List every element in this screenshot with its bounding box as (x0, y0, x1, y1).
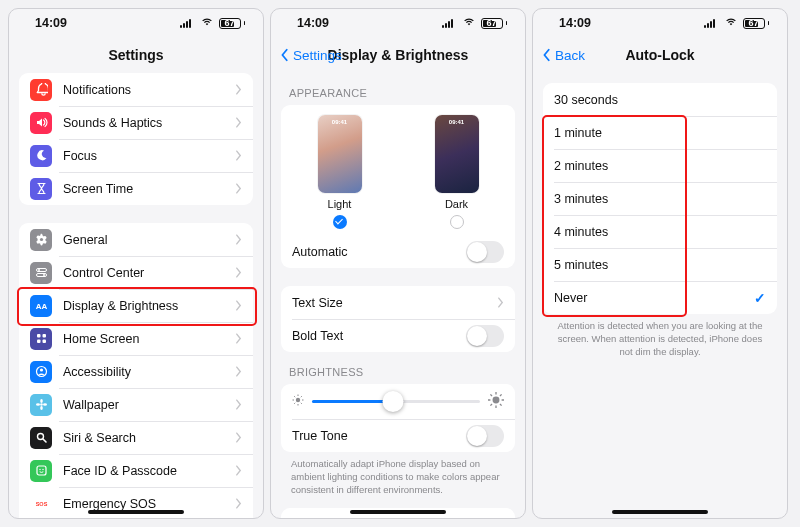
home-indicator[interactable] (350, 510, 446, 514)
toggle-bold-text[interactable] (466, 325, 504, 347)
chevron-right-icon (235, 300, 242, 311)
section-header-appearance: APPEARANCE (281, 73, 515, 105)
chevron-right-icon (235, 117, 242, 128)
settings-group: NotificationsSounds & HapticsFocusScreen… (19, 73, 253, 205)
row-wallpaper[interactable]: Wallpaper (19, 388, 253, 421)
wifi-icon (724, 18, 738, 28)
row-sounds-haptics[interactable]: Sounds & Haptics (19, 106, 253, 139)
option-never[interactable]: Never✓ (543, 281, 777, 314)
text-card: Text Size Bold Text (281, 286, 515, 352)
option-4-minutes[interactable]: 4 minutes (543, 215, 777, 248)
page-title: Settings (108, 47, 163, 63)
true-tone-footer: Automatically adapt iPhone display based… (281, 452, 515, 496)
toggle-true-tone[interactable] (466, 425, 504, 447)
phone-display-brightness: 14:09 67 Settings Display & Brightness A… (270, 8, 526, 519)
moon-icon (30, 145, 52, 167)
row-automatic[interactable]: Automatic (281, 235, 515, 268)
row-accessibility[interactable]: Accessibility (19, 355, 253, 388)
phone-auto-lock: 14:09 67 Back Auto-Lock 30 seconds1 minu… (532, 8, 788, 519)
row-general[interactable]: General (19, 223, 253, 256)
svg-point-15 (36, 403, 40, 406)
option-1-minute[interactable]: 1 minute (543, 116, 777, 149)
row-bold-text[interactable]: Bold Text (281, 319, 515, 352)
wifi-icon (462, 18, 476, 28)
svg-text:AA: AA (35, 302, 47, 311)
row-face-id-passcode[interactable]: Face ID & Passcode (19, 454, 253, 487)
option-5-minutes[interactable]: 5 minutes (543, 248, 777, 281)
nav-bar: Back Auto-Lock (533, 37, 787, 73)
back-label: Back (555, 48, 585, 63)
svg-line-18 (43, 439, 46, 442)
row-text-size[interactable]: Text Size (281, 286, 515, 319)
auto-lock-list[interactable]: 30 seconds1 minute2 minutes3 minutes4 mi… (533, 73, 787, 518)
svg-line-44 (301, 396, 302, 397)
svg-line-52 (490, 404, 492, 406)
chevron-right-icon (235, 432, 242, 443)
svg-rect-9 (42, 340, 46, 344)
row-screen-time[interactable]: Screen Time (19, 172, 253, 205)
aa-icon: AA (30, 295, 52, 317)
status-icons: 67 (442, 18, 508, 29)
status-bar: 14:09 67 (533, 9, 787, 37)
row-siri-search[interactable]: Siri & Search (19, 421, 253, 454)
toggle-automatic[interactable] (466, 241, 504, 263)
status-icons: 67 (704, 18, 770, 29)
sos-icon: SOS (30, 493, 52, 515)
row-home-screen[interactable]: Home Screen (19, 322, 253, 355)
svg-point-14 (40, 406, 43, 410)
chevron-right-icon (235, 234, 242, 245)
chevron-left-icon (541, 48, 553, 62)
svg-line-53 (500, 394, 502, 396)
appearance-dark[interactable]: Dark (435, 115, 479, 229)
chevron-right-icon (235, 84, 242, 95)
radio-unselected-icon (450, 215, 464, 229)
option-30-seconds[interactable]: 30 seconds (543, 83, 777, 116)
svg-point-11 (39, 368, 42, 371)
signal-icon (704, 18, 719, 28)
home-indicator[interactable] (612, 510, 708, 514)
svg-rect-19 (37, 466, 46, 475)
grid-icon (30, 328, 52, 350)
brightness-slider[interactable] (281, 384, 515, 419)
nav-bar: Settings Display & Brightness (271, 37, 525, 73)
battery-icon: 67 (481, 18, 508, 29)
row-focus[interactable]: Focus (19, 139, 253, 172)
back-button[interactable]: Back (541, 48, 585, 63)
face-icon (30, 460, 52, 482)
wifi-icon (200, 18, 214, 28)
sun-small-icon (292, 394, 304, 409)
chevron-right-icon (497, 297, 504, 308)
back-label: Settings (293, 48, 342, 63)
status-bar: 14:09 67 (9, 9, 263, 37)
status-icons: 67 (180, 18, 246, 29)
settings-list[interactable]: NotificationsSounds & HapticsFocusScreen… (9, 73, 263, 518)
svg-line-51 (500, 404, 502, 406)
row-true-tone[interactable]: True Tone (281, 419, 515, 452)
home-indicator[interactable] (88, 510, 184, 514)
flower-icon (30, 394, 52, 416)
radio-selected-icon (333, 215, 347, 229)
chevron-right-icon (235, 183, 242, 194)
option-2-minutes[interactable]: 2 minutes (543, 149, 777, 182)
display-settings-list[interactable]: APPEARANCE Light Dark Automatic Text Siz… (271, 73, 525, 518)
appearance-card: Light Dark Automatic (281, 105, 515, 268)
phone-settings: 14:09 67 Settings NotificationsSounds & … (8, 8, 264, 519)
option-3-minutes[interactable]: 3 minutes (543, 182, 777, 215)
svg-line-42 (301, 403, 302, 404)
row-control-center[interactable]: Control Center (19, 256, 253, 289)
svg-point-20 (39, 469, 40, 470)
svg-point-0 (39, 238, 42, 241)
svg-point-21 (42, 469, 43, 470)
chevron-right-icon (235, 267, 242, 278)
back-button[interactable]: Settings (279, 48, 342, 63)
row-notifications[interactable]: Notifications (19, 73, 253, 106)
checkmark-icon: ✓ (754, 290, 766, 306)
chevron-left-icon (279, 48, 291, 62)
hourglass-icon (30, 178, 52, 200)
svg-text:SOS: SOS (35, 501, 47, 507)
svg-point-16 (43, 403, 47, 406)
status-bar: 14:09 67 (271, 9, 525, 37)
appearance-light[interactable]: Light (318, 115, 362, 229)
row-display-brightness[interactable]: AADisplay & Brightness (19, 289, 253, 322)
status-time: 14:09 (35, 16, 67, 30)
